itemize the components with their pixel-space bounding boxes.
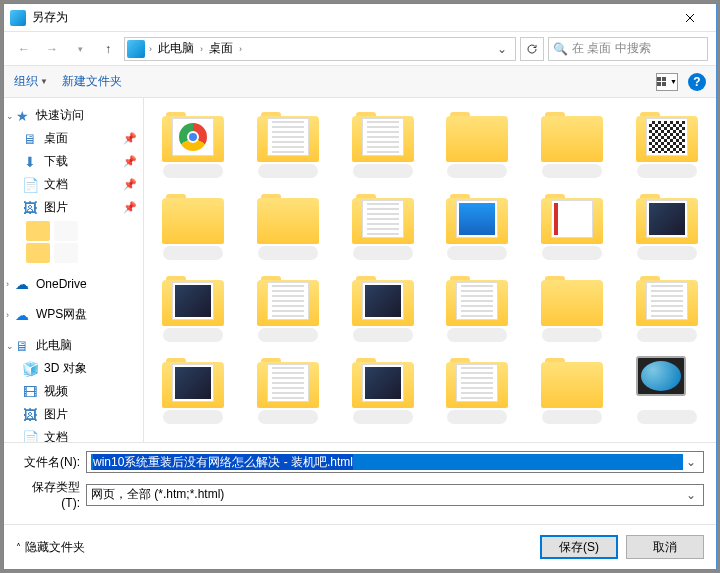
sidebar-onedrive[interactable]: › ☁ OneDrive (4, 273, 143, 295)
folder-icon (541, 110, 603, 162)
sidebar-wps[interactable]: › ☁ WPS网盘 (4, 303, 143, 326)
sidebar-downloads[interactable]: ⬇ 下载📌 (4, 150, 143, 173)
cancel-button[interactable]: 取消 (626, 535, 704, 559)
folder-item[interactable] (527, 106, 618, 182)
folder-icon (636, 192, 698, 244)
sidebar-documents-pc[interactable]: 📄 文档 (4, 426, 143, 442)
hide-folders-button[interactable]: ˄ 隐藏文件夹 (16, 539, 85, 556)
filename-input-wrapper: ⌄ (86, 451, 704, 473)
folder-item[interactable] (432, 352, 523, 428)
sidebar-3d-objects[interactable]: 🧊 3D 对象 (4, 357, 143, 380)
folder-label (163, 164, 223, 178)
folder-label (447, 410, 507, 424)
folder-item[interactable] (527, 352, 618, 428)
expand-icon[interactable]: ⌄ (6, 111, 14, 121)
folder-item[interactable] (243, 188, 334, 264)
pin-icon: 📌 (123, 201, 137, 214)
expand-icon[interactable]: ⌄ (6, 341, 14, 351)
folder-label (447, 328, 507, 342)
new-folder-button[interactable]: 新建文件夹 (62, 73, 122, 90)
folder-item[interactable] (148, 352, 239, 428)
save-button[interactable]: 保存(S) (540, 535, 618, 559)
folder-item[interactable] (621, 270, 712, 346)
folder-item[interactable] (337, 352, 428, 428)
folder-item[interactable] (337, 270, 428, 346)
folder-item[interactable] (148, 106, 239, 182)
breadcrumb[interactable]: › 此电脑 › 桌面 › ⌄ (124, 37, 516, 61)
folder-item[interactable] (432, 270, 523, 346)
folder-label (258, 328, 318, 342)
expand-icon[interactable]: › (6, 310, 9, 320)
folder-label (258, 164, 318, 178)
folder-icon (352, 110, 414, 162)
filename-dropdown[interactable]: ⌄ (683, 455, 699, 469)
refresh-button[interactable] (520, 37, 544, 61)
folder-thumb[interactable] (54, 243, 78, 263)
folder-item[interactable] (621, 188, 712, 264)
video-icon: 🎞 (22, 384, 38, 400)
folder-item[interactable] (621, 106, 712, 182)
filetype-select[interactable]: 网页，全部 (*.htm;*.html) ⌄ (86, 484, 704, 506)
folder-label (637, 164, 697, 178)
folder-label (542, 328, 602, 342)
sidebar-pictures[interactable]: 🖼 图片📌 (4, 196, 143, 219)
folder-item[interactable] (148, 188, 239, 264)
folder-item[interactable] (148, 270, 239, 346)
filetype-label: 保存类型(T): (16, 479, 80, 510)
organize-button[interactable]: 组织▼ (14, 73, 48, 90)
sidebar-videos[interactable]: 🎞 视频 (4, 380, 143, 403)
folder-label (353, 328, 413, 342)
refresh-icon (526, 43, 538, 55)
folder-thumb[interactable] (54, 221, 78, 241)
folder-label (542, 246, 602, 260)
view-icon (657, 77, 668, 87)
folder-label (637, 246, 697, 260)
download-icon: ⬇ (22, 154, 38, 170)
forward-button[interactable]: → (40, 37, 64, 61)
sidebar-pictures-pc[interactable]: 🖼 图片 (4, 403, 143, 426)
folder-item[interactable] (337, 188, 428, 264)
view-mode-button[interactable]: ▼ (656, 73, 678, 91)
folder-item[interactable] (432, 106, 523, 182)
folder-item[interactable] (432, 188, 523, 264)
folder-label (353, 410, 413, 424)
folder-item[interactable] (527, 270, 618, 346)
nav-bar: ← → ▾ ↑ › 此电脑 › 桌面 › ⌄ 🔍 在 桌面 中搜索 (4, 32, 716, 66)
toolbar: 组织▼ 新建文件夹 ▼ ? (4, 66, 716, 98)
expand-icon[interactable]: › (6, 279, 9, 289)
search-input[interactable]: 🔍 在 桌面 中搜索 (548, 37, 708, 61)
close-button[interactable] (670, 4, 710, 32)
folder-icon (636, 274, 698, 326)
back-button[interactable]: ← (12, 37, 36, 61)
folder-item[interactable] (621, 352, 712, 428)
folder-item[interactable] (243, 106, 334, 182)
folder-icon (257, 274, 319, 326)
sidebar-this-pc[interactable]: ⌄ 🖥 此电脑 (4, 334, 143, 357)
chevron-down-icon: ▼ (670, 78, 677, 85)
folder-item[interactable] (243, 270, 334, 346)
app-icon (10, 10, 26, 26)
sidebar-documents[interactable]: 📄 文档📌 (4, 173, 143, 196)
svg-rect-0 (657, 77, 661, 81)
folder-item[interactable] (337, 106, 428, 182)
folder-item[interactable] (527, 188, 618, 264)
folder-item[interactable] (243, 352, 334, 428)
cloud-icon: ☁ (14, 276, 30, 292)
sidebar-desktop[interactable]: 🖥 桌面📌 (4, 127, 143, 150)
help-button[interactable]: ? (688, 73, 706, 91)
folder-label (353, 164, 413, 178)
breadcrumb-this-pc[interactable]: 此电脑 (154, 40, 198, 57)
filename-input[interactable] (91, 454, 683, 470)
folder-icon (352, 192, 414, 244)
breadcrumb-desktop[interactable]: 桌面 (205, 40, 237, 57)
folder-thumb[interactable] (26, 243, 50, 263)
folder-icon (257, 192, 319, 244)
up-button[interactable]: ↑ (96, 37, 120, 61)
folder-label (637, 410, 697, 424)
star-icon: ★ (14, 108, 30, 124)
recent-dropdown[interactable]: ▾ (68, 37, 92, 61)
breadcrumb-dropdown[interactable]: ⌄ (491, 42, 513, 56)
sidebar-quick-access[interactable]: ⌄ ★ 快速访问 (4, 104, 143, 127)
folder-thumb[interactable] (26, 221, 50, 241)
folder-icon (636, 356, 698, 408)
